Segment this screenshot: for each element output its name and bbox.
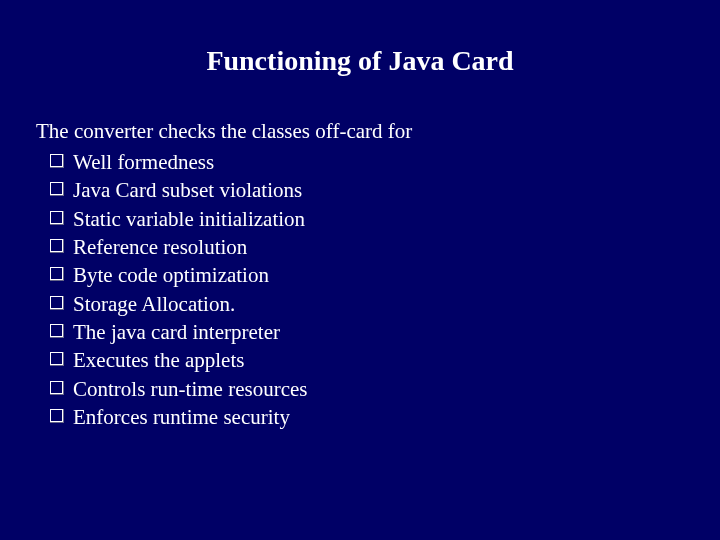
list-item: Controls run-time resources [50, 375, 684, 403]
bullet-text: Executes the applets [73, 346, 244, 374]
square-bullet-icon [50, 239, 63, 252]
bullet-text: Enforces runtime security [73, 403, 290, 431]
bullet-list: Well formedness Java Card subset violati… [36, 148, 684, 431]
bullet-text: Storage Allocation. [73, 290, 235, 318]
square-bullet-icon [50, 409, 63, 422]
bullet-text: Controls run-time resources [73, 375, 307, 403]
list-item: Executes the applets [50, 346, 684, 374]
square-bullet-icon [50, 267, 63, 280]
list-item: Enforces runtime security [50, 403, 684, 431]
list-item: Reference resolution [50, 233, 684, 261]
list-item: Byte code optimization [50, 261, 684, 289]
bullet-text: Reference resolution [73, 233, 247, 261]
square-bullet-icon [50, 154, 63, 167]
square-bullet-icon [50, 182, 63, 195]
list-item: The java card interpreter [50, 318, 684, 346]
square-bullet-icon [50, 211, 63, 224]
intro-text: The converter checks the classes off-car… [36, 119, 684, 144]
square-bullet-icon [50, 381, 63, 394]
bullet-text: Static variable initialization [73, 205, 305, 233]
bullet-text: Byte code optimization [73, 261, 269, 289]
list-item: Java Card subset violations [50, 176, 684, 204]
bullet-text: The java card interpreter [73, 318, 280, 346]
square-bullet-icon [50, 324, 63, 337]
slide: Functioning of Java Card The converter c… [0, 0, 720, 540]
bullet-text: Well formedness [73, 148, 214, 176]
list-item: Storage Allocation. [50, 290, 684, 318]
slide-title: Functioning of Java Card [36, 45, 684, 77]
list-item: Static variable initialization [50, 205, 684, 233]
list-item: Well formedness [50, 148, 684, 176]
bullet-text: Java Card subset violations [73, 176, 302, 204]
square-bullet-icon [50, 296, 63, 309]
square-bullet-icon [50, 352, 63, 365]
